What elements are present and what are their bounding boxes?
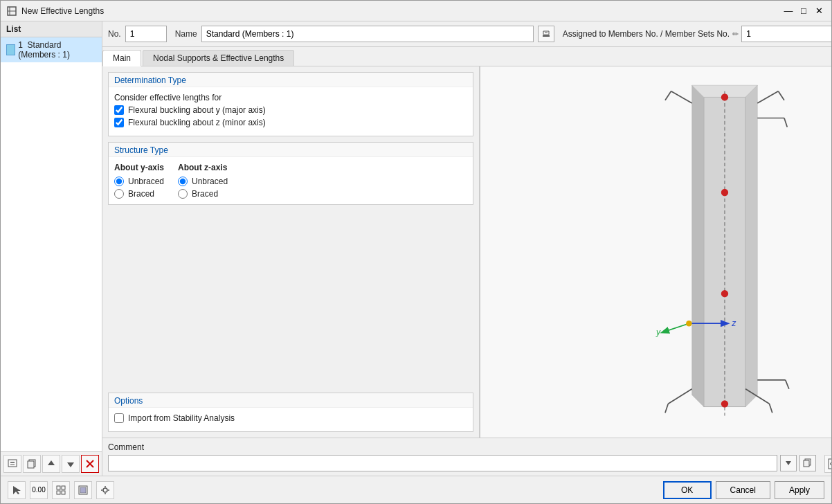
no-label: No. — [108, 29, 121, 39]
svg-text:y: y — [655, 327, 661, 337]
structure-type-title: Structure Type — [109, 143, 473, 157]
no-input[interactable] — [125, 26, 167, 42]
bottom-right-actions: OK Cancel Apply — [663, 481, 824, 499]
z-axis-label: About z-axis — [178, 163, 228, 172]
cancel-button[interactable]: Cancel — [716, 481, 770, 499]
svg-point-32 — [721, 400, 728, 407]
delete-button[interactable] — [81, 455, 99, 473]
render-button[interactable] — [74, 481, 92, 499]
y-axis-label: About y-axis — [114, 163, 164, 172]
structure-type-body: About y-axis Unbraced Braced — [109, 157, 473, 204]
preview-icon1-button[interactable] — [824, 455, 831, 473]
preview-toolbar: i — [822, 438, 831, 476]
cursor-icon — [12, 485, 21, 495]
name-field-group: Name — [175, 26, 554, 42]
radio-unbraced-y[interactable] — [114, 177, 124, 186]
title-bar: New Effective Lengths — □ ✕ — [1, 1, 831, 21]
middle-spacer — [108, 210, 473, 387]
maximize-button[interactable]: □ — [797, 4, 811, 18]
add-button[interactable] — [3, 455, 21, 473]
list-item[interactable]: 1 Standard (Members : 1) — [1, 37, 102, 62]
cursor-tool-button[interactable] — [8, 481, 26, 499]
comment-input-wrap — [108, 455, 816, 471]
title-bar-left: New Effective Lengths — [6, 6, 104, 17]
unbraced-z-row: Unbraced — [178, 177, 228, 186]
svg-rect-52 — [62, 486, 65, 489]
radio-unbraced-z[interactable] — [178, 177, 188, 186]
check-flexural-y-label: Flexural buckling about y (major axis) — [128, 105, 266, 115]
apply-button[interactable]: Apply — [775, 481, 824, 499]
check-flexural-z-row: Flexural buckling about z (minor axis) — [114, 118, 467, 127]
grid-button[interactable] — [52, 481, 70, 499]
edit-icon — [541, 29, 551, 39]
name-input[interactable] — [201, 26, 534, 42]
svg-point-31 — [721, 290, 728, 297]
comment-copy-button[interactable] — [799, 455, 816, 471]
unbraced-y-label: Unbraced — [128, 177, 164, 186]
y-axis-col: About y-axis Unbraced Braced — [114, 163, 164, 199]
import-stability-row: Import from Stability Analysis — [114, 413, 467, 423]
list-items: 1 Standard (Members : 1) — [1, 37, 102, 451]
determination-title: Determination Type — [109, 73, 473, 87]
move-down-button[interactable] — [62, 455, 80, 473]
minimize-button[interactable]: — — [781, 4, 795, 18]
svg-point-43 — [686, 321, 692, 327]
assign-member-icon: ✏ — [732, 30, 739, 39]
preview-panel: y z — [480, 66, 831, 438]
close-button[interactable]: ✕ — [812, 4, 826, 18]
no-field-group: No. — [108, 26, 167, 42]
delete-icon — [85, 459, 95, 469]
grid-icon — [56, 485, 66, 495]
svg-text:z: z — [731, 318, 736, 328]
radio-braced-z[interactable] — [178, 189, 188, 199]
tab-content: Determination Type Consider effective le… — [102, 66, 831, 438]
svg-marker-9 — [67, 462, 74, 467]
radio-braced-y[interactable] — [114, 189, 124, 199]
unbraced-y-row: Unbraced — [114, 177, 164, 186]
preview-svg: y z — [522, 73, 831, 431]
list-header: List — [1, 21, 102, 37]
window-title: New Effective Lengths — [21, 6, 104, 16]
settings-button[interactable] — [96, 481, 114, 499]
check-flexural-y-row: Flexural buckling about y (major axis) — [114, 105, 467, 115]
assigned-input[interactable] — [741, 26, 831, 42]
bottom-bar: 0.00 — [1, 476, 831, 503]
svg-marker-50 — [13, 486, 21, 494]
preview-3d: y z — [522, 73, 831, 431]
unbraced-z-label: Unbraced — [192, 177, 228, 186]
check-import-stability[interactable] — [114, 413, 124, 423]
app-icon — [6, 6, 17, 17]
braced-z-row: Braced — [178, 189, 228, 199]
list-item-label: 1 Standard (Members : 1) — [18, 40, 96, 60]
copy-icon — [27, 459, 37, 469]
svg-marker-19 — [692, 85, 704, 406]
z-axis-col: About z-axis Unbraced Braced — [178, 163, 228, 199]
determination-section: Determination Type Consider effective le… — [108, 72, 473, 136]
tab-main[interactable]: Main — [102, 50, 141, 66]
comment-dropdown-button[interactable] — [780, 455, 797, 471]
braced-y-row: Braced — [114, 189, 164, 199]
svg-rect-51 — [57, 486, 60, 489]
value-display-button[interactable]: 0.00 — [30, 481, 48, 499]
name-edit-button[interactable] — [538, 26, 554, 42]
svg-rect-7 — [28, 461, 34, 468]
comment-input[interactable] — [108, 455, 777, 471]
move-up-button[interactable] — [42, 455, 60, 473]
determination-body: Consider effective lengths for Flexural … — [109, 87, 473, 136]
svg-point-57 — [103, 488, 107, 492]
add-icon — [8, 459, 17, 469]
comment-row: Comment — [102, 438, 831, 476]
check-flexural-z[interactable] — [114, 118, 124, 127]
svg-rect-46 — [804, 460, 809, 467]
assigned-label: Assigned to Members No. / Member Sets No… — [563, 29, 730, 39]
ok-button[interactable]: OK — [663, 481, 712, 499]
tabs-row: Main Nodal Supports & Effective Lengths — [102, 47, 831, 66]
import-stability-label: Import from Stability Analysis — [128, 413, 235, 423]
tab-nodal[interactable]: Nodal Supports & Effective Lengths — [143, 50, 294, 66]
svg-marker-44 — [786, 461, 791, 465]
title-bar-controls: — □ ✕ — [781, 4, 826, 18]
svg-rect-54 — [62, 491, 65, 494]
svg-point-30 — [721, 189, 728, 196]
copy-button[interactable] — [23, 455, 41, 473]
check-flexural-y[interactable] — [114, 105, 124, 115]
